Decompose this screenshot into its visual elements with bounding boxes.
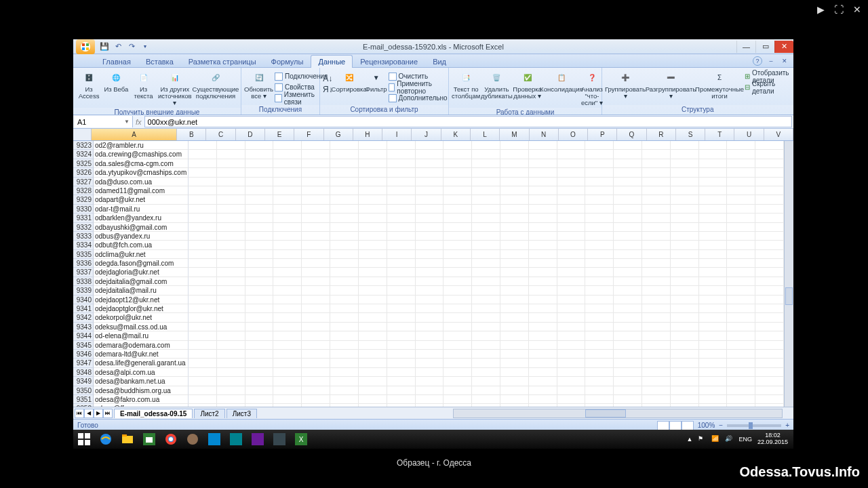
sort-asc-button[interactable]: А↓	[323, 73, 333, 83]
row-header[interactable]: 9349	[73, 377, 94, 386]
row-header[interactable]: 9332	[73, 223, 94, 232]
ribbon-tab-5[interactable]: Рецензирование	[353, 55, 425, 68]
cell[interactable]: odekorpol@ukr.net	[94, 313, 189, 322]
cell[interactable]: odegda.fason@gmail.com	[94, 259, 189, 268]
what-if-button[interactable]: ❓Анализ "что-если" ▾	[581, 69, 603, 106]
cell[interactable]: odejdaitalia@mail.ru	[94, 286, 189, 295]
table-row[interactable]: 9334odbut@fch.com.ua	[73, 241, 784, 249]
row-header[interactable]: 9326	[73, 168, 94, 177]
table-row[interactable]: 9329odapart@ukr.net	[73, 195, 784, 204]
cell[interactable]: odbayushki@gmail.com	[94, 223, 189, 232]
sheet-nav-prev-icon[interactable]: ◀	[84, 409, 94, 418]
from-other-sources-button[interactable]: 📊Из других источников ▾	[158, 69, 192, 106]
ungroup-button[interactable]: ➖Разгруппировать ▾	[647, 69, 694, 100]
row-header[interactable]: 9342	[73, 313, 94, 322]
ribbon-minimize-icon[interactable]: –	[766, 56, 776, 66]
table-row[interactable]: 9328odamed11@gmail.com	[73, 186, 784, 195]
table-row[interactable]: 9349odesa@bankam.net.ua	[73, 377, 784, 386]
col-header-B[interactable]: B	[177, 129, 206, 140]
tray-up-icon[interactable]: ▲	[687, 436, 693, 443]
row-header[interactable]: 9339	[73, 286, 94, 295]
cell[interactable]: odar-t@mail.ru	[94, 205, 189, 214]
existing-connections-button[interactable]: 🔗Существующие подключения	[193, 69, 238, 100]
network-icon[interactable]: 📶	[711, 435, 719, 443]
app-icon-1[interactable]	[182, 430, 203, 449]
cell[interactable]: od-elena@mail.ru	[94, 331, 189, 340]
undo-icon[interactable]: ↶	[113, 41, 123, 52]
explorer-icon[interactable]	[117, 430, 138, 449]
col-header-S[interactable]: S	[676, 129, 705, 140]
cell[interactable]: odapart@ukr.net	[94, 195, 189, 204]
table-row[interactable]: 9323od2@rambler.ru	[73, 141, 784, 150]
table-row[interactable]: 9341odejdaoptglor@ukr.net	[73, 304, 784, 313]
col-header-F[interactable]: F	[294, 129, 323, 140]
row-header[interactable]: 9343	[73, 323, 94, 331]
table-row[interactable]: 9335odclima@ukr.net	[73, 250, 784, 259]
cell[interactable]: odesa@buddhism.org.ua	[94, 386, 189, 395]
from-web-button[interactable]: 🌐Из Веба	[103, 69, 129, 93]
row-header[interactable]: 9346	[73, 350, 94, 359]
row-header[interactable]: 9333	[73, 232, 94, 241]
col-header-P[interactable]: P	[588, 129, 617, 140]
app-icon-3[interactable]	[225, 430, 247, 449]
col-header-O[interactable]: O	[559, 129, 588, 140]
row-header[interactable]: 9340	[73, 296, 94, 304]
row-header[interactable]: 9323	[73, 141, 94, 150]
ribbon-tab-2[interactable]: Разметка страницы	[181, 55, 264, 68]
table-row[interactable]: 9344od-elena@mail.ru	[73, 331, 784, 340]
text-to-columns-button[interactable]: 📑Текст по столбцам	[452, 69, 480, 100]
table-row[interactable]: 9327oda@duso.com.ua	[73, 178, 784, 186]
row-header[interactable]: 9327	[73, 178, 94, 186]
fullscreen-icon[interactable]: ⛶	[834, 4, 844, 15]
sheet-nav-last-icon[interactable]: ⏭	[103, 409, 113, 418]
chrome-icon[interactable]	[160, 430, 182, 449]
ie-icon[interactable]	[95, 430, 117, 449]
row-header[interactable]: 9337	[73, 268, 94, 277]
qat-dropdown-icon[interactable]: ▼	[140, 41, 151, 52]
fx-icon[interactable]: fx	[136, 118, 142, 126]
cell[interactable]: odejdaopt12@ukr.net	[94, 296, 189, 304]
row-header[interactable]: 9341	[73, 304, 94, 313]
cell[interactable]: odamed11@gmail.com	[94, 186, 189, 195]
ribbon-tab-3[interactable]: Формулы	[264, 55, 311, 68]
ribbon-tab-4[interactable]: Данные	[311, 55, 353, 68]
flag-icon[interactable]: ⚑	[698, 435, 706, 443]
save-icon[interactable]: 💾	[99, 41, 110, 52]
table-row[interactable]: 9348odesa@alpi.com.ua	[73, 368, 784, 377]
select-all-corner[interactable]	[73, 129, 92, 140]
cell[interactable]: odclima@ukr.net	[94, 250, 189, 259]
close-button[interactable]: ✕	[774, 41, 793, 53]
cell[interactable]: odesa@alpi.com.ua	[94, 368, 189, 377]
col-header-E[interactable]: E	[265, 129, 294, 140]
col-header-T[interactable]: T	[705, 129, 734, 140]
maximize-button[interactable]: ▭	[755, 41, 774, 53]
col-header-R[interactable]: R	[647, 129, 676, 140]
row-header[interactable]: 9331	[73, 214, 94, 222]
col-header-A[interactable]: A	[92, 129, 177, 140]
ribbon-tab-6[interactable]: Вид	[425, 55, 454, 68]
row-header[interactable]: 9336	[73, 259, 94, 268]
table-row[interactable]: 9324oda.crewing@cmaships.com	[73, 150, 784, 159]
table-row[interactable]: 9345odemara@odemara.com	[73, 341, 784, 350]
start-button[interactable]	[73, 430, 95, 449]
row-header[interactable]: 9351	[73, 395, 94, 404]
table-row[interactable]: 9342odekorpol@ukr.net	[73, 313, 784, 322]
cell[interactable]: oda.ytyupikov@cmaships.com	[94, 168, 189, 177]
col-header-K[interactable]: K	[441, 129, 471, 140]
subtotal-button[interactable]: ΣПромежуточные итоги	[696, 69, 743, 100]
cell[interactable]: odesa@bankam.net.ua	[94, 377, 189, 386]
filter-button[interactable]: ▼Фильтр	[366, 69, 387, 93]
play-icon[interactable]: ▶	[817, 4, 825, 15]
col-header-J[interactable]: J	[412, 129, 441, 140]
hide-detail-button[interactable]: ⊟Скрыть детали	[745, 82, 791, 92]
table-row[interactable]: 9343odeksu@mail.css.od.ua	[73, 323, 784, 331]
cells-area[interactable]: 9323od2@rambler.ru9324oda.crewing@cmashi…	[73, 141, 784, 407]
sort-button[interactable]: 🔀Сортировка	[334, 69, 364, 93]
reapply-button[interactable]: Применить повторно	[389, 82, 448, 92]
sheet-nav-first-icon[interactable]: ⏮	[75, 409, 84, 418]
row-header[interactable]: 9330	[73, 205, 94, 214]
clock[interactable]: 18:02 22.09.2015	[757, 432, 788, 446]
row-header[interactable]: 9344	[73, 331, 94, 340]
app-icon-5[interactable]	[269, 430, 290, 449]
table-row[interactable]: 9346odemara-ltd@ukr.net	[73, 350, 784, 359]
